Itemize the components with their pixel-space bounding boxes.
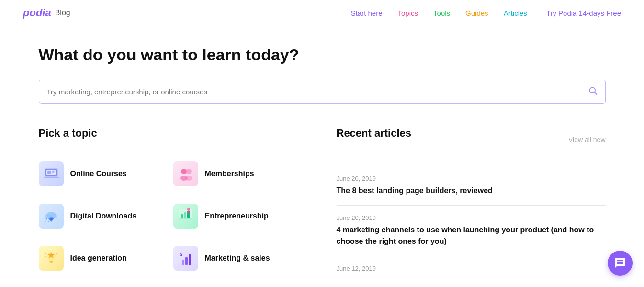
svg-rect-37 xyxy=(185,257,188,265)
svg-point-19 xyxy=(45,221,46,222)
laptop-icon xyxy=(39,161,64,186)
search-bar xyxy=(39,80,606,104)
logo[interactable]: podia xyxy=(23,7,51,19)
topic-memberships-label: Memberships xyxy=(205,170,254,178)
sales-icon: $ xyxy=(173,246,198,271)
cloud-icon xyxy=(39,204,64,229)
recent-articles-section: Recent articles View all new June 20, 20… xyxy=(337,127,606,284)
svg-line-1 xyxy=(594,92,597,95)
article-title-1[interactable]: The 8 best landing page builders, review… xyxy=(337,185,606,196)
svg-text:$: $ xyxy=(180,252,182,257)
hero-title: What do you want to learn today? xyxy=(39,46,606,64)
topic-idea-generation-label: Idea generation xyxy=(70,254,127,263)
search-icon[interactable] xyxy=(588,86,598,98)
topics-title: Pick a topic xyxy=(39,127,308,139)
svg-line-33 xyxy=(56,253,57,254)
nav-guides[interactable]: Guides xyxy=(465,9,488,17)
svg-rect-8 xyxy=(44,177,59,178)
brand: podia Blog xyxy=(23,7,70,19)
svg-marker-17 xyxy=(48,218,54,222)
article-item-1: June 20, 2019 The 8 best landing page bu… xyxy=(337,166,606,206)
topic-online-courses-label: Online Courses xyxy=(70,170,127,178)
article-item-3: June 12, 2019 xyxy=(337,256,606,284)
topic-entrepreneurship-label: Entrepreneurship xyxy=(205,212,269,220)
content-grid: Pick a topic xyxy=(39,127,606,284)
article-date-3: June 12, 2019 xyxy=(337,265,606,272)
svg-rect-30 xyxy=(49,261,53,262)
chart-icon xyxy=(173,204,198,229)
svg-rect-23 xyxy=(184,212,186,218)
svg-point-18 xyxy=(45,218,47,220)
chat-bubble-button[interactable] xyxy=(608,251,633,276)
main-content: What do you want to learn today? Pick a … xyxy=(16,26,629,287)
nav-tools[interactable]: Tools xyxy=(433,9,450,17)
topic-digital-downloads[interactable]: Digital Downloads xyxy=(39,195,173,237)
svg-rect-22 xyxy=(181,214,183,218)
topic-marketing-sales-label: Marketing & sales xyxy=(205,254,270,263)
nav-articles[interactable]: Articles xyxy=(504,9,527,17)
topic-marketing-sales[interactable]: $ Marketing & sales xyxy=(173,237,308,279)
svg-point-20 xyxy=(48,221,49,222)
article-item-2: June 20, 2019 4 marketing channels to us… xyxy=(337,206,606,256)
nav-topics[interactable]: Topics xyxy=(398,9,418,17)
svg-rect-7 xyxy=(52,172,54,173)
nav-links: Start here Topics Tools Guides Articles xyxy=(351,9,527,17)
nav-cta-button[interactable]: Try Podia 14-days Free xyxy=(546,9,621,17)
recent-articles-title: Recent articles xyxy=(337,127,412,139)
article-date-1: June 20, 2019 xyxy=(337,175,606,182)
svg-point-10 xyxy=(186,169,192,174)
article-date-2: June 20, 2019 xyxy=(337,214,606,221)
blog-label: Blog xyxy=(55,9,70,17)
topic-memberships[interactable]: Memberships xyxy=(173,153,308,195)
svg-rect-31 xyxy=(50,262,53,263)
svg-line-32 xyxy=(45,253,46,254)
idea-icon xyxy=(39,246,64,271)
view-all-link[interactable]: View all new xyxy=(568,136,606,144)
article-title-2[interactable]: 4 marketing channels to use when launchi… xyxy=(337,224,606,247)
navbar: podia Blog Start here Topics Tools Guide… xyxy=(0,0,644,26)
svg-rect-5 xyxy=(47,171,51,174)
recent-articles-header: Recent articles View all new xyxy=(337,127,606,153)
nav-start-here[interactable]: Start here xyxy=(351,9,383,17)
topic-entrepreneurship[interactable]: Entrepreneurship xyxy=(173,195,308,237)
svg-rect-38 xyxy=(189,254,191,265)
topics-grid: Online Courses Memberships xyxy=(39,153,308,279)
svg-point-26 xyxy=(187,208,190,211)
svg-point-12 xyxy=(185,176,192,181)
topics-section: Pick a topic xyxy=(39,127,308,284)
topic-idea-generation[interactable]: Idea generation xyxy=(39,237,173,279)
svg-rect-27 xyxy=(187,211,190,214)
topic-digital-downloads-label: Digital Downloads xyxy=(70,212,137,220)
members-icon xyxy=(173,161,198,186)
search-input[interactable] xyxy=(47,88,588,96)
svg-rect-36 xyxy=(182,260,184,265)
svg-rect-6 xyxy=(52,171,55,172)
topic-online-courses[interactable]: Online Courses xyxy=(39,153,173,195)
